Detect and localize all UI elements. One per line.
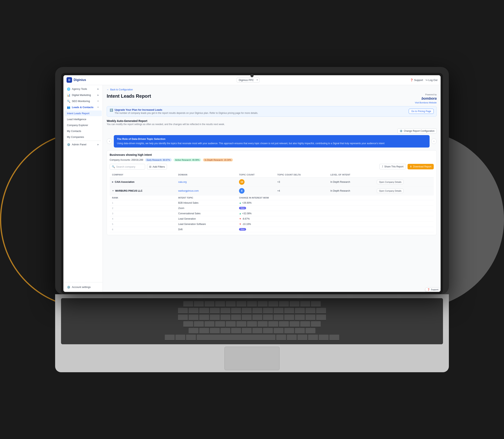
laptop-frame: D Diginius Diginius PPC <box>55 67 449 294</box>
back-link[interactable]: ← Back to Configuration <box>107 88 437 91</box>
key-caps <box>183 321 193 327</box>
sidebar-item-agency-tools[interactable]: 🌐 Agency Tools ▶ <box>64 86 102 92</box>
key-f12 <box>311 301 321 307</box>
key-semicolon <box>290 321 300 327</box>
warburg-open-details-button[interactable]: Open Company Details <box>377 189 404 193</box>
key-k <box>268 321 278 327</box>
info-card-text: Using data-driven insights, we help you … <box>117 142 426 145</box>
logo-icon: D <box>67 77 72 83</box>
keyboard-body <box>61 298 443 344</box>
rank-2: 2 <box>110 206 176 211</box>
key-row-bottom <box>64 335 440 341</box>
admin-panel-label: Admin Panel <box>72 143 86 146</box>
support-float-button[interactable]: ❓ Support <box>425 287 441 292</box>
sidebar-item-company-explorer[interactable]: Company Explorer <box>64 122 102 128</box>
th-topic-count: Topic Count <box>237 172 275 178</box>
sidebar-item-leads-contacts[interactable]: 👥 Leads & Contacts ▼ <box>64 104 102 110</box>
change-report-config-button[interactable]: ⚙️ Change Report Configuration <box>397 128 437 134</box>
digital-marketing-chevron: ▶ <box>97 94 99 96</box>
sidebar-bottom: ⚙️ Account settings <box>63 282 103 292</box>
sidebar-item-my-companies[interactable]: My Companies <box>64 134 102 140</box>
caia-name: CAIA Association <box>115 181 134 183</box>
key-x <box>210 328 220 334</box>
caia-delta-cell: +3 <box>275 177 328 186</box>
key-cmd-l <box>186 335 196 341</box>
key-f2 <box>204 301 214 307</box>
warburg-expand-icon[interactable]: ▼ <box>112 190 114 192</box>
app-body: 🌐 Agency Tools ▶ 📊 Digital Marketing <box>63 85 441 292</box>
list-item: 2 Zoom New <box>110 206 434 211</box>
sidebar-item-intent-leads[interactable]: Intent Leads Report <box>64 110 102 116</box>
logout-label: Log Out <box>428 79 437 82</box>
camera-notch <box>251 74 253 77</box>
key-o <box>274 315 284 320</box>
caia-domain: caia.org <box>178 181 187 183</box>
rank-5: 5 <box>110 221 176 227</box>
search-icon: 🔍 <box>112 165 115 168</box>
table-body: ▶ CAIA Association caia.org <box>110 177 434 232</box>
header-right: ❓ Support ↪ Log Out <box>410 79 437 82</box>
key-backspace <box>316 308 326 314</box>
sidebar-item-digital-marketing[interactable]: 📊 Digital Marketing ▶ <box>64 92 102 98</box>
carousel-prev-button[interactable]: ‹ <box>107 138 112 144</box>
key-m <box>263 328 273 334</box>
digital-marketing-label: Digital Marketing <box>72 94 91 97</box>
sidebar-item-seo[interactable]: 🔍 SEO Monitoring ▼ <box>64 98 102 104</box>
key-h <box>247 321 257 327</box>
digital-marketing-icon: 📊 <box>67 94 70 97</box>
admin-panel-chevron: ▶ <box>97 143 99 146</box>
change-down-arrow-2: ▼ <box>239 223 241 226</box>
visit-bombora-link[interactable]: Visit Bombora Website <box>415 101 437 104</box>
topic-drift: Drift <box>176 227 237 232</box>
key-f8 <box>268 301 278 307</box>
support-label: Support <box>414 79 423 82</box>
trackpad[interactable] <box>224 347 280 370</box>
carousel-next-button[interactable]: › <box>431 138 437 144</box>
download-icon: ⬇ <box>410 165 412 168</box>
key-cmd-r <box>276 335 286 341</box>
account-settings-label: Account settings <box>72 286 91 289</box>
sidebar-divider <box>65 141 101 141</box>
sidebar-account-settings[interactable]: ⚙️ Account settings <box>64 284 102 290</box>
key-b <box>242 328 252 334</box>
key-r <box>220 315 230 320</box>
caia-topic-count: 10 <box>239 179 244 185</box>
pricing-page-button[interactable]: Go to Pricing Page <box>409 109 434 114</box>
search-company-box[interactable]: 🔍 Search company <box>110 164 145 170</box>
topic-b2b: B2B Inbound Sales <box>176 200 237 206</box>
workspace-select[interactable]: Diginius PPC <box>237 78 260 83</box>
download-report-button[interactable]: ⬇ Download Report <box>408 164 434 169</box>
share-report-button[interactable]: ⤴ Share This Report <box>379 164 406 169</box>
add-filters-button[interactable]: ⊟ Add Filters <box>147 164 167 170</box>
key-f4 <box>226 301 236 307</box>
key-row-zxcv <box>64 328 440 334</box>
action-buttons: ⤴ Share This Report ⬇ Download Report <box>379 164 434 169</box>
sidebar-item-lead-intelligence[interactable]: Lead Intelligence <box>64 116 102 122</box>
warburg-delta-cell: +4 <box>275 186 328 195</box>
sidebar-item-my-contacts[interactable]: My Contacts <box>64 128 102 134</box>
caia-expand-icon[interactable]: ▶ <box>112 181 114 183</box>
warburg-actions-cell: Open Company Details <box>374 186 434 195</box>
key-comma <box>274 328 284 334</box>
key-n <box>252 328 262 334</box>
agency-tools-label: Agency Tools <box>72 87 87 90</box>
lead-intelligence-label: Lead Intelligence <box>67 118 86 121</box>
logout-button[interactable]: ↪ Log Out <box>425 79 437 82</box>
warburg-topic-count-cell: 8 <box>237 186 275 195</box>
support-button[interactable]: ❓ Support <box>410 79 423 82</box>
companies-table-wrapper: Company Domain Topic Count Topic Count D… <box>110 172 434 232</box>
key-f6 <box>247 301 257 307</box>
share-icon: ⤴ <box>382 165 383 168</box>
support-float-icon: ❓ <box>427 288 430 291</box>
key-row-asdf <box>64 321 440 327</box>
my-contacts-label: My Contacts <box>67 130 81 133</box>
workspace-dropdown[interactable]: Diginius PPC <box>237 78 260 83</box>
key-a <box>194 321 204 327</box>
caia-domain-cell: caia.org <box>176 177 237 186</box>
upgrade-desc: The number of company leads you get in t… <box>115 112 258 114</box>
warburg-domain: warburgpincus.com <box>178 189 199 192</box>
topic-lead-gen: Lead Generation <box>176 216 237 221</box>
intent-leads-label: Intent Leads Report <box>67 112 89 115</box>
sidebar-item-admin-panel[interactable]: ⚙️ Admin Panel ▶ <box>64 142 102 147</box>
caia-open-details-button[interactable]: Open Company Details <box>377 180 404 184</box>
